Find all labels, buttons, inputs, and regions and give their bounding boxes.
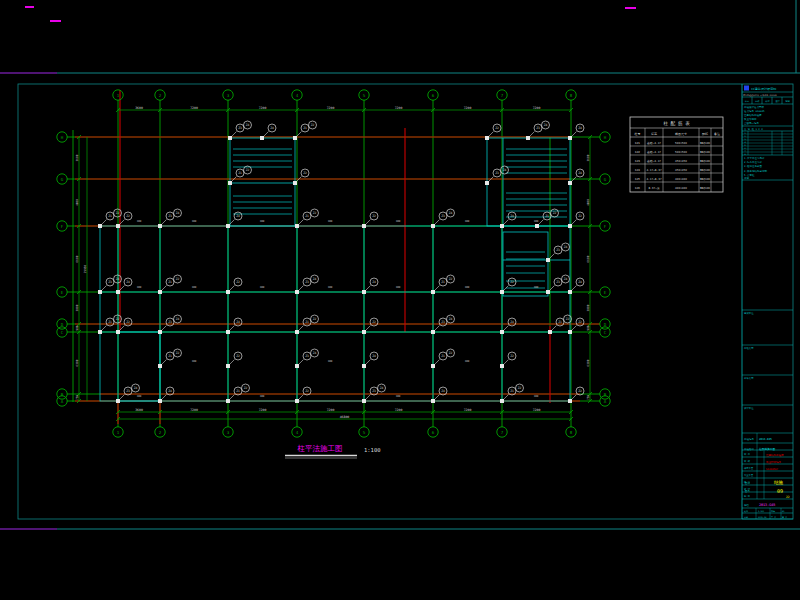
- dim-value: 7200: [327, 408, 335, 412]
- column-tag-label: Z4: [313, 277, 317, 281]
- tb-kv-value: 2013-045: [759, 437, 772, 441]
- column-section: [362, 224, 366, 228]
- column-section: [295, 290, 299, 294]
- beam-dim-text: 300: [137, 286, 142, 289]
- tb-tubie-value: 结施: [774, 480, 784, 485]
- tb-company-name: ××建筑设计研究院: [751, 87, 777, 91]
- schedule-header: 截面尺寸: [675, 132, 687, 136]
- column-tag-label: Z2: [176, 277, 180, 281]
- column-tag-label: Z4: [449, 211, 453, 215]
- column-section: [116, 399, 120, 403]
- beam-dim-text: 300: [396, 395, 401, 398]
- column-tag-label: Z4: [578, 126, 582, 130]
- column-section: [431, 290, 435, 294]
- drawing-canvas[interactable]: Z1Z2Z2Z3Z4Z4Z1Z2Z2Z3Z4Z4Z1Z2Z2Z3Z4Z4Z1Z2…: [0, 0, 800, 600]
- column-tag-label: Z1: [305, 214, 309, 218]
- schedule-cell: KZ6: [635, 186, 640, 190]
- beam-dim-text: 300: [396, 220, 401, 223]
- cad-viewport[interactable]: Z1Z2Z2Z3Z4Z4Z1Z2Z2Z3Z4Z4Z1Z2Z2Z3Z4Z4Z1Z2…: [0, 0, 800, 600]
- dim-value: 3600: [586, 154, 590, 161]
- dim-total: 25950: [83, 264, 87, 273]
- dim-value: 7200: [464, 408, 472, 412]
- beam-dim-text: 300: [534, 220, 539, 223]
- column-section: [500, 330, 504, 334]
- schedule-cell: Φ8@100: [700, 141, 710, 145]
- tb-sign-label: 审 核: [744, 460, 751, 463]
- column-section: [295, 399, 299, 403]
- column-tag-label: Z2: [510, 354, 514, 358]
- column-tag-label: Z4: [578, 171, 582, 175]
- tb-info-line: 证书编号 010045: [744, 109, 765, 113]
- column-tag-label: Z3: [372, 389, 376, 393]
- schedule-cell: 8.37~顶: [648, 186, 659, 190]
- beam-dim-text: 300: [137, 395, 142, 398]
- column-tag-label: Z3: [536, 126, 540, 130]
- tb-box-label: 工程名称: [744, 347, 754, 350]
- column-tag-label: Z2: [126, 320, 130, 324]
- column-tag-label: Z2: [518, 386, 522, 390]
- column-section: [526, 136, 530, 140]
- dim-value: 6600: [75, 255, 79, 262]
- column-section: [568, 330, 572, 334]
- column-tag-label: Z4: [134, 386, 138, 390]
- beam-dim-text: 300: [260, 395, 265, 398]
- drawing-title: 柱平法施工图: [298, 444, 343, 453]
- tb-box-label: 设计单位: [744, 406, 754, 410]
- schedule-header: 配筋: [702, 132, 708, 136]
- schedule-cell: 450×450: [675, 159, 687, 163]
- dim-value: 7200: [395, 408, 403, 412]
- tb-sign-label: 制 图: [744, 495, 750, 498]
- column-section: [98, 224, 102, 228]
- column-tag-label: Z2: [566, 317, 570, 321]
- company-logo: [744, 86, 749, 91]
- dim-value: 7200: [259, 408, 267, 412]
- column-tag-label: Z2: [510, 280, 514, 284]
- dim-value: 3600: [135, 408, 143, 412]
- column-tag-label: Z2: [126, 214, 130, 218]
- beam-dim-text: 300: [328, 286, 333, 289]
- dim-value: 7200: [327, 106, 335, 110]
- column-tag-label: Z1: [510, 389, 514, 393]
- dim-value: 7200: [533, 106, 541, 110]
- schedule-cell: 4.17~8.37: [646, 168, 661, 172]
- dim-value: 3000: [75, 304, 79, 311]
- column-tag-label: Z3: [168, 320, 172, 324]
- column-section: [362, 399, 366, 403]
- column-section: [295, 224, 299, 228]
- schedule-cell: Φ8@100: [700, 150, 710, 154]
- column-tag-label: Z2: [244, 386, 248, 390]
- tb-archive-value: 2013-G45: [759, 503, 775, 507]
- column-section: [568, 136, 572, 140]
- tb-kv-value: 柱配筋施工图: [759, 447, 775, 451]
- column-tag-label: Z4: [236, 214, 240, 218]
- column-tag-label: Z2: [495, 126, 499, 130]
- tb-sign-label: 专业负责: [744, 474, 754, 477]
- column-tag-label: Z2: [449, 277, 453, 281]
- column-tag-label: Z2: [449, 351, 453, 355]
- column-section: [226, 224, 230, 228]
- column-tag-label: Z1: [238, 171, 242, 175]
- tb-approval-cell: 制图: [786, 100, 790, 103]
- schedule-cell: Φ8@100: [700, 177, 710, 181]
- tb-approval-cell: 校对: [764, 100, 770, 103]
- tb-red-text: 注册结构工程师: [766, 453, 784, 457]
- dim-value: 6300: [75, 359, 79, 366]
- column-tag-label: Z2: [578, 214, 582, 218]
- column-section: [295, 364, 299, 368]
- column-tag-label: Z3: [305, 354, 309, 358]
- beam-dim-text: 300: [260, 286, 265, 289]
- dim-value: 4800: [586, 199, 590, 206]
- column-section: [116, 290, 120, 294]
- beam-dim-text: 300: [465, 360, 470, 363]
- column-section: [500, 399, 504, 403]
- dim-value: 7200: [190, 408, 198, 412]
- column-tag-label: Z3: [168, 214, 172, 218]
- column-tag-label: Z1: [441, 280, 445, 284]
- dim-value: 6300: [586, 359, 590, 366]
- column-section: [362, 364, 366, 368]
- tb-tuhao-value: 09: [777, 488, 783, 494]
- dim-value: 4800: [75, 199, 79, 206]
- column-tag-label: Z1: [545, 214, 549, 218]
- dim-value: 7200: [464, 106, 472, 110]
- schedule-cell: 4.17~8.37: [646, 177, 661, 181]
